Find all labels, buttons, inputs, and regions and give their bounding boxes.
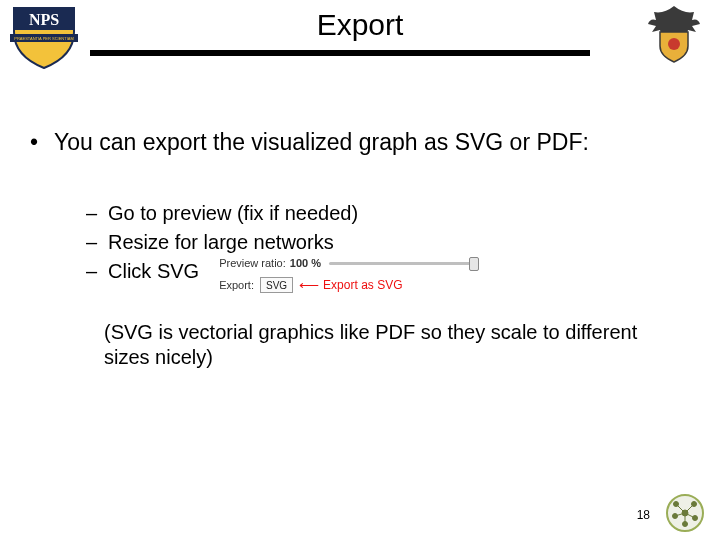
preview-ratio-label: Preview ratio: <box>219 256 286 271</box>
preview-ratio-slider[interactable] <box>329 256 479 270</box>
sub-bullet-text: Click SVG <box>108 258 199 285</box>
export-svg-annotation: Export as SVG <box>323 277 402 293</box>
note-text: (SVG is vectorial graphics like PDF so t… <box>104 320 660 370</box>
slide-title: Export <box>317 8 404 41</box>
sub-bullet-list: –Go to preview (fix if needed) –Resize f… <box>86 200 479 295</box>
svg-point-12 <box>693 516 698 521</box>
svg-point-14 <box>683 522 688 527</box>
preview-widget: Preview ratio: 100 % Export: SVG ⟵ Expor… <box>219 256 479 293</box>
export-label: Export: <box>219 278 254 293</box>
svg-point-10 <box>673 514 678 519</box>
network-icon <box>666 494 704 532</box>
main-bullet-text: You can export the visualized graph as S… <box>54 129 589 155</box>
export-svg-button[interactable]: SVG <box>260 277 293 293</box>
preview-ratio-value: 100 % <box>290 256 321 271</box>
svg-point-6 <box>674 502 679 507</box>
page-number: 18 <box>637 508 650 522</box>
svg-point-15 <box>682 510 688 516</box>
sub-bullet-item: –Go to preview (fix if needed) <box>86 200 479 227</box>
main-bullet: •You can export the visualized graph as … <box>30 128 690 157</box>
slider-thumb-icon <box>469 257 479 271</box>
svg-point-8 <box>692 502 697 507</box>
sub-bullet-item: –Click SVG Preview ratio: 100 % Export: … <box>86 258 479 293</box>
title-underline <box>90 50 590 56</box>
sub-bullet-text: Go to preview (fix if needed) <box>108 202 358 224</box>
sub-bullet-text: Resize for large networks <box>108 231 334 253</box>
arrow-left-icon: ⟵ <box>299 279 319 291</box>
sub-bullet-item: –Resize for large networks <box>86 229 479 256</box>
